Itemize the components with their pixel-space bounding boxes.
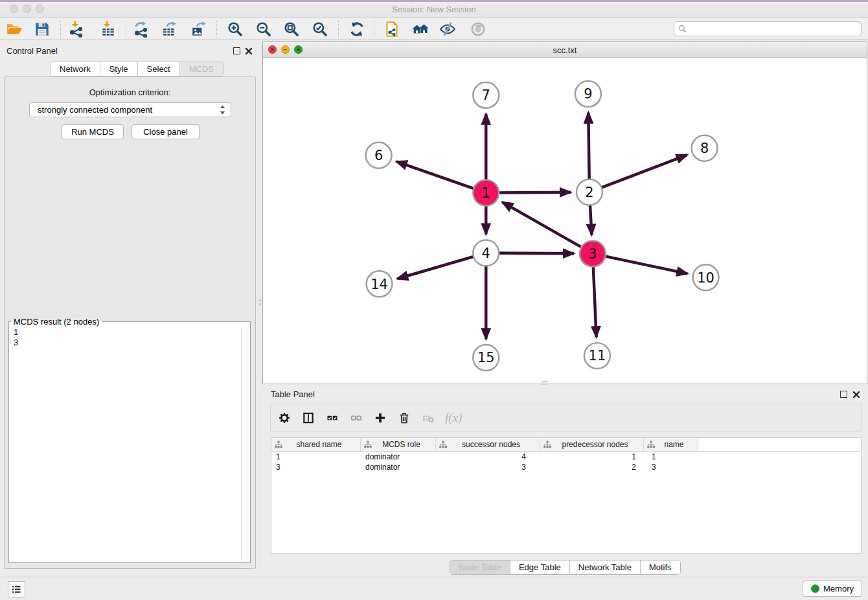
- show-panel-button[interactable]: [469, 20, 487, 38]
- edge-1-6[interactable]: [396, 161, 486, 192]
- delete-table-icon: [422, 411, 435, 424]
- save-session-button[interactable]: [33, 20, 51, 38]
- node-14[interactable]: 14: [367, 271, 393, 297]
- tab-network[interactable]: Network: [51, 62, 100, 76]
- network-canvas[interactable]: 1234678910111415: [263, 58, 867, 384]
- toolbar-separator: [60, 21, 61, 38]
- tab-style[interactable]: Style: [100, 62, 138, 76]
- cell-successor-nodes[interactable]: 4: [436, 452, 540, 462]
- svg-text:7: 7: [482, 87, 490, 103]
- table-row[interactable]: 3dominator323: [271, 462, 861, 472]
- node-8[interactable]: 8: [692, 135, 718, 161]
- table-options-button[interactable]: [277, 411, 291, 425]
- export-image-button[interactable]: [190, 20, 208, 38]
- layout-home-button[interactable]: [411, 20, 429, 38]
- tab-network-table[interactable]: Network Table: [570, 560, 641, 574]
- zoom-out-icon: [255, 21, 273, 38]
- node-7[interactable]: 7: [473, 82, 499, 108]
- frame-maximize-button[interactable]: +: [294, 45, 303, 54]
- control-panel: Control Panel NetworkStyleSelectMCDS Opt…: [0, 40, 261, 577]
- node-table[interactable]: shared nameMCDS rolesuccessor nodesprede…: [271, 437, 862, 554]
- search-icon: [678, 25, 687, 33]
- edge-3-1[interactable]: [502, 202, 593, 253]
- close-panel-icon[interactable]: [245, 47, 253, 55]
- optimization-criterion-select[interactable]: strongly connected component: [29, 102, 231, 117]
- task-history-button[interactable]: [8, 581, 25, 597]
- mcds-result-item: 3: [14, 338, 241, 348]
- select-all-columns-button[interactable]: [325, 411, 339, 425]
- close-table-panel-icon[interactable]: [852, 391, 860, 398]
- cell-mcds-role[interactable]: dominator: [361, 452, 436, 462]
- horizontal-split-handle[interactable]: [542, 381, 547, 385]
- close-panel-button[interactable]: Close panel: [131, 124, 200, 139]
- frame-minimize-button[interactable]: −: [281, 45, 290, 54]
- node-1[interactable]: 1: [473, 180, 499, 206]
- cell-shared-name[interactable]: 3: [271, 462, 361, 472]
- cell-shared-name[interactable]: 1: [271, 452, 361, 462]
- frame-close-button[interactable]: ×: [268, 45, 277, 54]
- import-network-button[interactable]: [67, 20, 86, 38]
- node-9[interactable]: 9: [575, 81, 601, 107]
- node-3[interactable]: 3: [580, 240, 606, 266]
- apply-function-button[interactable]: f(x): [445, 411, 462, 425]
- add-column-button[interactable]: [373, 411, 387, 425]
- open-session-button[interactable]: [5, 20, 23, 38]
- node-2[interactable]: 2: [577, 179, 602, 205]
- network-from-file-icon: [383, 21, 401, 38]
- toggle-columns-button[interactable]: [301, 411, 315, 425]
- memory-button[interactable]: Memory: [803, 581, 862, 597]
- cell-successor-nodes[interactable]: 3: [436, 462, 540, 472]
- zoom-in-button[interactable]: [226, 20, 244, 38]
- zoom-out-button[interactable]: [255, 20, 273, 38]
- cell-predecessor-nodes[interactable]: 1: [540, 452, 644, 462]
- tab-edge-table[interactable]: Edge Table: [510, 560, 570, 574]
- network-from-file-button[interactable]: [383, 20, 401, 38]
- export-network-button[interactable]: [132, 20, 150, 38]
- export-table-button[interactable]: [161, 20, 179, 38]
- edge-3-10[interactable]: [593, 253, 687, 273]
- refresh-view-button[interactable]: [348, 20, 366, 38]
- column-type-icon: [439, 441, 447, 448]
- column-header-label: MCDS role: [382, 440, 420, 449]
- result-scrollbar[interactable]: [241, 327, 249, 562]
- tab-select[interactable]: Select: [138, 62, 180, 76]
- hide-panel-button[interactable]: [439, 20, 457, 38]
- cell-name[interactable]: 1: [644, 452, 698, 462]
- node-10[interactable]: 10: [693, 264, 719, 290]
- node-6[interactable]: 6: [366, 143, 392, 168]
- cell-mcds-role[interactable]: dominator: [361, 462, 436, 472]
- cell-name[interactable]: 3: [644, 462, 698, 472]
- tab-mcds[interactable]: MCDS: [180, 62, 223, 76]
- cell-predecessor-nodes[interactable]: 2: [540, 462, 644, 472]
- tab-node-table[interactable]: Node Table: [450, 560, 510, 574]
- node-15[interactable]: 15: [473, 345, 499, 371]
- column-header-shared-name[interactable]: shared name: [271, 438, 361, 451]
- column-header-mcds-role[interactable]: MCDS role: [361, 438, 436, 451]
- delete-column-button[interactable]: [397, 411, 411, 425]
- plus-icon: [374, 411, 387, 424]
- window-title: Session: New Session: [0, 0, 868, 17]
- delete-table-button[interactable]: [421, 411, 435, 425]
- table-row[interactable]: 1dominator411: [271, 452, 861, 462]
- eye-slash-icon: [439, 21, 457, 38]
- float-table-panel-icon[interactable]: [840, 391, 847, 398]
- column-header-predecessor-nodes[interactable]: predecessor nodes: [540, 438, 644, 451]
- zoom-fit-button[interactable]: [282, 20, 301, 38]
- node-11[interactable]: 11: [584, 343, 610, 369]
- eye-disabled-icon: [469, 21, 487, 38]
- edge-2-8[interactable]: [589, 155, 687, 192]
- edge-4-14[interactable]: [397, 253, 486, 279]
- run-mcds-button[interactable]: Run MCDS: [62, 124, 124, 139]
- deselect-all-columns-button[interactable]: [349, 411, 363, 425]
- node-4[interactable]: 4: [473, 240, 499, 266]
- column-header-name[interactable]: name: [644, 438, 698, 451]
- tab-motifs[interactable]: Motifs: [641, 560, 680, 574]
- search-input[interactable]: [689, 25, 857, 34]
- table-tabs-bar: Node TableEdge TableNetwork TableMotifs: [262, 560, 868, 575]
- unchecked-boxes-icon: [350, 411, 363, 424]
- zoom-selected-button[interactable]: [311, 20, 329, 38]
- column-header-successor-nodes[interactable]: successor nodes: [436, 438, 540, 451]
- vertical-split-handle[interactable]: [258, 299, 262, 312]
- float-panel-icon[interactable]: [233, 47, 240, 54]
- import-table-button[interactable]: [99, 20, 117, 38]
